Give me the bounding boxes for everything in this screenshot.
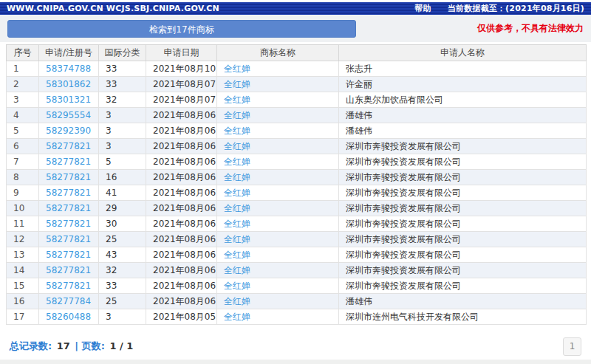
cell-mark: 全红婵 <box>217 263 339 278</box>
reg-number-link[interactable]: 58277821 <box>46 265 91 275</box>
cell-reg: 58277821 <box>39 170 99 185</box>
trademark-link[interactable]: 全红婵 <box>224 219 250 229</box>
cell-class: 41 <box>99 185 146 201</box>
cell-serial: 6 <box>7 139 39 154</box>
cell-class: 32 <box>99 92 146 108</box>
cell-reg: 58277821 <box>39 247 99 263</box>
cell-class: 3 <box>99 123 146 139</box>
cell-reg: 58277821 <box>39 185 99 201</box>
cell-reg: 58292390 <box>39 123 99 139</box>
table-row: 65827782132021年08月06日全红婵深圳市奔骏投资发展有限公司 <box>7 139 587 154</box>
page-count-label: 页数: <box>82 340 105 351</box>
reg-number-link[interactable]: 58260488 <box>46 312 91 322</box>
table-row: 1658277784252021年08月06日全红婵潘雄伟 <box>7 294 587 309</box>
reg-number-link[interactable]: 58277821 <box>46 219 91 229</box>
cell-applicant: 深圳市奔骏投资发展有限公司 <box>339 247 587 263</box>
reg-number-link[interactable]: 58277821 <box>46 157 91 167</box>
cell-class: 25 <box>99 294 146 309</box>
table-row: 358301321322021年08月07日全红婵山东奥尔加饮品有限公司 <box>7 92 587 108</box>
pagination-page-1-button[interactable]: 1 <box>563 337 581 356</box>
cell-reg: 58277821 <box>39 263 99 278</box>
reg-number-link[interactable]: 58277821 <box>46 281 91 291</box>
cell-date: 2021年08月06日 <box>146 170 217 185</box>
cell-applicant: 深圳市奔骏投资发展有限公司 <box>339 201 587 216</box>
reg-number-link[interactable]: 58295554 <box>46 110 91 120</box>
cell-class: 5 <box>99 154 146 170</box>
table-row: 258301862332021年08月07日全红婵许金丽 <box>7 77 587 92</box>
trademark-link[interactable]: 全红婵 <box>224 296 250 306</box>
trademark-link[interactable]: 全红婵 <box>224 265 250 275</box>
data-cutoff-text: 当前数据截至：(2021年08月16日) <box>448 3 584 14</box>
trademark-link[interactable]: 全红婵 <box>224 157 250 167</box>
table-row: 1358277821432021年08月06日全红婵深圳市奔骏投资发展有限公司 <box>7 247 587 263</box>
trademark-link[interactable]: 全红婵 <box>224 141 250 151</box>
result-count-button[interactable]: 检索到17件商标 <box>7 20 356 38</box>
reg-number-link[interactable]: 58277821 <box>46 172 91 182</box>
cell-serial: 5 <box>7 123 39 139</box>
reg-number-link[interactable]: 58277821 <box>46 188 91 198</box>
cell-class: 30 <box>99 216 146 232</box>
trademark-link[interactable]: 全红婵 <box>224 250 250 260</box>
cell-reg: 58277821 <box>39 154 99 170</box>
trademark-link[interactable]: 全红婵 <box>224 110 250 120</box>
table-row: 75827782152021年08月06日全红婵深圳市奔骏投资发展有限公司 <box>7 154 587 170</box>
cell-date: 2021年08月07日 <box>146 92 217 108</box>
cell-date: 2021年08月06日 <box>146 154 217 170</box>
trademark-link[interactable]: 全红婵 <box>224 63 250 74</box>
cell-mark: 全红婵 <box>217 139 339 154</box>
header-class: 国际分类 <box>99 45 146 61</box>
cell-mark: 全红婵 <box>217 309 339 325</box>
result-band: 检索到17件商标 仅供参考，不具有法律效力 <box>0 15 591 42</box>
page-count-value: 1 / 1 <box>108 340 134 351</box>
cell-class: 43 <box>99 247 146 263</box>
reg-number-link[interactable]: 58277821 <box>46 250 91 260</box>
reg-number-link[interactable]: 58374788 <box>46 63 91 74</box>
reg-number-link[interactable]: 58301321 <box>46 95 91 105</box>
trademark-link[interactable]: 全红婵 <box>224 188 250 198</box>
table-row: 858277821162021年08月06日全红婵深圳市奔骏投资发展有限公司 <box>7 170 587 185</box>
cell-date: 2021年08月06日 <box>146 216 217 232</box>
reg-number-link[interactable]: 58292390 <box>46 126 91 136</box>
cell-date: 2021年08月06日 <box>146 294 217 309</box>
cell-serial: 14 <box>7 263 39 278</box>
trademark-link[interactable]: 全红婵 <box>224 172 250 182</box>
table-row: 1458277821322021年08月06日全红婵深圳市奔骏投资发展有限公司 <box>7 263 587 278</box>
cell-applicant: 深圳市奔骏投资发展有限公司 <box>339 263 587 278</box>
cell-applicant: 深圳市奔骏投资发展有限公司 <box>339 154 587 170</box>
cell-reg: 58374788 <box>39 61 99 77</box>
cell-serial: 9 <box>7 185 39 201</box>
trademark-link[interactable]: 全红婵 <box>224 281 250 291</box>
cell-applicant: 深圳市奔骏投资发展有限公司 <box>339 278 587 294</box>
cell-reg: 58277784 <box>39 294 99 309</box>
trademark-link[interactable]: 全红婵 <box>224 79 250 89</box>
cell-class: 33 <box>99 77 146 92</box>
trademark-link[interactable]: 全红婵 <box>224 234 250 244</box>
cell-mark: 全红婵 <box>217 61 339 77</box>
results-table: 序号 申请/注册号 国际分类 申请日期 商标名称 申请人名称 158374788… <box>6 44 587 325</box>
trademark-link[interactable]: 全红婵 <box>224 203 250 213</box>
cell-applicant: 潘雄伟 <box>339 123 587 139</box>
help-link[interactable]: 帮助 <box>414 3 431 14</box>
cell-applicant: 潘雄伟 <box>339 294 587 309</box>
table-row: 1258277821252021年08月06日全红婵深圳市奔骏投资发展有限公司 <box>7 232 587 247</box>
total-records-label: 总记录数: <box>10 340 52 351</box>
trademark-link[interactable]: 全红婵 <box>224 95 250 105</box>
cell-serial: 13 <box>7 247 39 263</box>
bottom-edge-strip <box>0 360 591 364</box>
reg-number-link[interactable]: 58277821 <box>46 234 91 244</box>
trademark-link[interactable]: 全红婵 <box>224 126 250 136</box>
reg-number-link[interactable]: 58277821 <box>46 203 91 213</box>
cell-reg: 58277821 <box>39 216 99 232</box>
cell-mark: 全红婵 <box>217 216 339 232</box>
trademark-link[interactable]: 全红婵 <box>224 312 250 322</box>
table-row: 1558277821332021年08月06日全红婵深圳市奔骏投资发展有限公司 <box>7 278 587 294</box>
reg-number-link[interactable]: 58277784 <box>46 296 91 306</box>
site-url-text: WWW.CNIPA.GOV.CN WCJS.SBJ.CNIPA.GOV.CN <box>7 4 219 13</box>
cell-mark: 全红婵 <box>217 154 339 170</box>
reg-number-link[interactable]: 58277821 <box>46 141 91 151</box>
header-row: 序号 申请/注册号 国际分类 申请日期 商标名称 申请人名称 <box>7 45 587 61</box>
reg-number-link[interactable]: 58301862 <box>46 79 91 89</box>
table-row: 1058277821292021年08月06日全红婵深圳市奔骏投资发展有限公司 <box>7 201 587 216</box>
cell-mark: 全红婵 <box>217 92 339 108</box>
summary-separator: | <box>75 340 78 351</box>
